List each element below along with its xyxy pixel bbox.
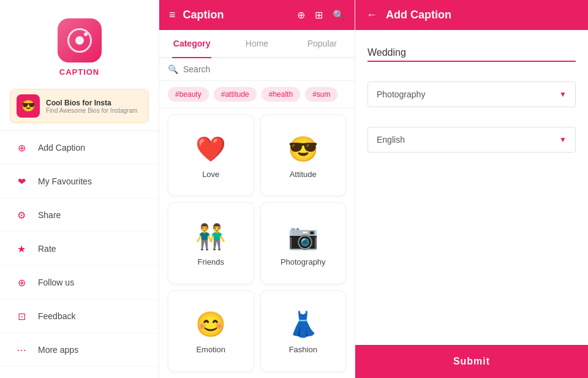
app-logo-area: CAPTION	[0, 0, 159, 89]
hashtag-attitude[interactable]: #attitude	[214, 87, 257, 102]
right-panel: ← Add Caption Photography ▼ English ▼ Su…	[355, 0, 588, 378]
menu-label-rate: Rate	[38, 244, 56, 254]
app-icon-dot	[75, 36, 84, 45]
menu-item-feedback[interactable]: ⊡ Feedback	[0, 300, 159, 333]
photography-emoji: 📷	[288, 222, 318, 251]
search-bar: 🔍	[159, 58, 355, 81]
ad-emoji: 😎	[21, 99, 35, 113]
attitude-emoji: 😎	[288, 135, 318, 164]
category-dropdown-value: Photography	[377, 89, 425, 99]
feedback-icon: ⊡	[15, 309, 28, 323]
category-card-love[interactable]: ❤️ Love	[168, 115, 254, 196]
right-header: ← Add Caption	[355, 0, 588, 30]
category-card-fashion[interactable]: 👗 Fashion	[260, 290, 347, 372]
tab-bar: Category Home Popular	[159, 30, 355, 58]
menu-list: ⊕ Add Caption ❤ My Favourites ⚙ Share ★ …	[0, 131, 159, 367]
menu-item-add-caption[interactable]: ⊕ Add Caption	[0, 131, 159, 165]
menu-label-more-apps: More apps	[38, 345, 78, 355]
language-dropdown-value: English	[377, 135, 405, 145]
menu-item-follow-us[interactable]: ⊕ Follow us	[0, 266, 159, 300]
friends-emoji: 👬	[195, 222, 226, 251]
menu-label-favourites: My Favourites	[38, 176, 92, 186]
add-icon[interactable]: ⊕	[297, 9, 305, 21]
app-icon-inner	[67, 28, 92, 53]
right-content: Photography ▼ English ▼	[355, 30, 588, 345]
category-card-photography[interactable]: 📷 Photography	[260, 202, 347, 284]
header-left: ≡ Caption	[169, 9, 224, 21]
ad-banner[interactable]: 😎 Cool Bios for Insta Find Awesome Bios …	[10, 89, 149, 123]
share-icon: ⚙	[15, 208, 28, 222]
language-dropdown-arrow: ▼	[559, 135, 567, 144]
photography-label: Photography	[281, 257, 326, 266]
add-caption-icon: ⊕	[15, 141, 28, 154]
hashtag-sum[interactable]: #sum	[305, 87, 337, 102]
ad-title: Cool Bios for Insta	[46, 99, 137, 107]
back-icon[interactable]: ←	[366, 9, 377, 21]
menu-item-rate[interactable]: ★ Rate	[0, 232, 159, 266]
menu-item-more-apps[interactable]: ⋯ More apps	[0, 333, 159, 367]
hashtag-health[interactable]: #health	[262, 87, 300, 102]
ad-text-area: Cool Bios for Insta Find Awesome Bios fo…	[46, 99, 137, 114]
ad-icon: 😎	[17, 94, 40, 118]
middle-header-title: Caption	[183, 9, 224, 21]
favourites-icon: ❤	[15, 175, 28, 188]
tab-category[interactable]: Category	[159, 30, 224, 57]
menu-item-my-favourites[interactable]: ❤ My Favourites	[0, 165, 159, 198]
rate-icon: ★	[15, 242, 28, 255]
menu-label-add-caption: Add Caption	[38, 143, 85, 153]
ad-subtitle: Find Awesome Bios for Instagram	[46, 107, 137, 114]
follow-icon: ⊕	[15, 276, 28, 289]
love-label: Love	[202, 170, 219, 179]
love-emoji: ❤️	[195, 135, 226, 164]
emotion-emoji: 😊	[195, 310, 226, 339]
search-bar-icon: 🔍	[168, 64, 178, 74]
menu-label-follow: Follow us	[38, 278, 74, 287]
middle-panel: ≡ Caption ⊕ ⊞ 🔍 Category Home Popular 🔍 …	[159, 0, 355, 378]
emotion-label: Emotion	[196, 345, 225, 354]
app-name: CAPTION	[59, 67, 100, 77]
tab-home[interactable]: Home	[224, 30, 289, 57]
search-header-icon[interactable]: 🔍	[333, 9, 345, 21]
camera-icon[interactable]: ⊞	[315, 9, 323, 21]
right-header-title: Add Caption	[386, 9, 451, 21]
app-icon	[58, 18, 102, 62]
language-dropdown[interactable]: English ▼	[368, 127, 576, 153]
hamburger-icon[interactable]: ≡	[169, 9, 176, 21]
attitude-label: Attitude	[290, 170, 317, 179]
friends-label: Friends	[198, 257, 224, 266]
middle-header: ≡ Caption ⊕ ⊞ 🔍	[159, 0, 355, 30]
category-card-emotion[interactable]: 😊 Emotion	[168, 290, 254, 372]
hashtag-row: #beauty #attitude #health #sum	[159, 81, 355, 108]
tab-popular[interactable]: Popular	[290, 30, 355, 57]
category-grid: ❤️ Love 😎 Attitude 👬 Friends 📷 Photograp…	[159, 108, 355, 378]
caption-text-input[interactable]	[368, 45, 576, 62]
category-dropdown[interactable]: Photography ▼	[368, 81, 576, 107]
fashion-label: Fashion	[289, 345, 317, 354]
search-input[interactable]	[183, 64, 346, 74]
more-apps-icon: ⋯	[15, 343, 28, 357]
hashtag-beauty[interactable]: #beauty	[168, 87, 209, 102]
menu-label-feedback: Feedback	[38, 311, 75, 321]
fashion-emoji: 👗	[288, 310, 318, 339]
category-dropdown-arrow: ▼	[559, 90, 567, 99]
submit-button[interactable]: Submit	[355, 345, 588, 378]
header-icons: ⊕ ⊞ 🔍	[297, 9, 345, 21]
category-card-friends[interactable]: 👬 Friends	[168, 202, 254, 284]
menu-label-share: Share	[38, 210, 61, 220]
app-icon-small-dot	[84, 32, 88, 36]
category-card-attitude[interactable]: 😎 Attitude	[260, 115, 347, 196]
left-sidebar: CAPTION 😎 Cool Bios for Insta Find Aweso…	[0, 0, 159, 378]
menu-item-share[interactable]: ⚙ Share	[0, 198, 159, 232]
